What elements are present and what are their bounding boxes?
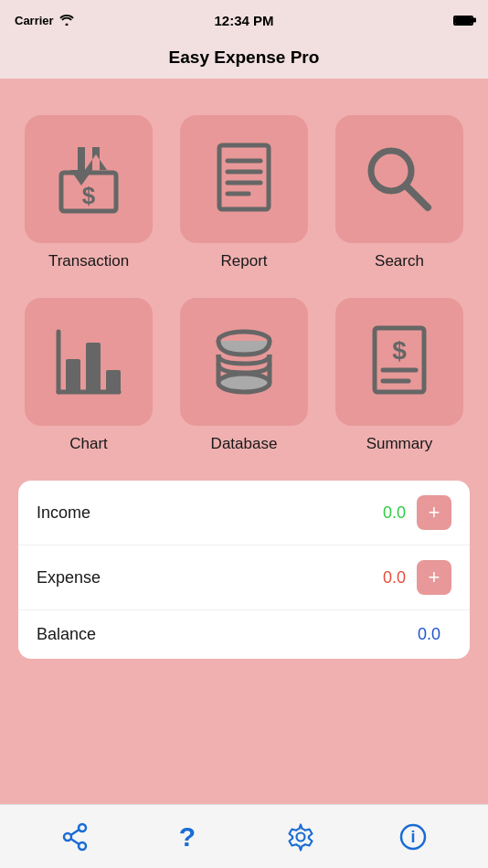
database-icon <box>203 321 285 403</box>
svg-marker-2 <box>85 147 107 170</box>
svg-point-32 <box>296 832 304 841</box>
help-icon: ? <box>173 822 202 852</box>
search-label: Search <box>375 252 424 270</box>
svg-rect-4 <box>219 145 269 209</box>
report-icon <box>203 138 285 220</box>
report-icon-box <box>180 115 308 243</box>
search-icon-box <box>335 115 463 243</box>
status-bar: Carrier 12:34 PM <box>0 0 488 40</box>
balance-value: 0.0 <box>418 625 440 644</box>
info-tab[interactable]: i <box>384 815 442 859</box>
status-left: Carrier <box>15 14 74 27</box>
status-time: 12:34 PM <box>214 13 273 28</box>
svg-line-10 <box>406 185 428 207</box>
status-right <box>453 16 473 26</box>
svg-point-27 <box>64 833 71 841</box>
summary-cell[interactable]: $ Summary <box>335 298 463 453</box>
svg-point-21 <box>218 374 270 392</box>
app-title: Easy Expense Pro <box>0 48 488 68</box>
transaction-cell[interactable]: $ Transaction <box>25 115 153 270</box>
summary-label: Summary <box>366 435 433 453</box>
database-label: Database <box>211 435 278 453</box>
gear-icon <box>286 822 315 852</box>
search-cell[interactable]: Search <box>335 115 463 270</box>
bottom-card: Income 0.0 + Expense 0.0 + Balance 0.0 <box>18 481 470 659</box>
income-row: Income 0.0 + <box>18 481 470 545</box>
report-cell[interactable]: Report <box>180 115 308 270</box>
help-tab[interactable]: ? <box>158 815 217 859</box>
svg-text:?: ? <box>179 822 196 852</box>
database-icon-box <box>180 298 308 426</box>
summary-icon-box: $ <box>335 298 463 426</box>
svg-rect-14 <box>86 343 101 392</box>
svg-rect-15 <box>106 370 121 392</box>
svg-text:$: $ <box>82 182 96 209</box>
expense-value: 0.0 <box>383 568 406 587</box>
summary-icon: $ <box>358 321 440 403</box>
transaction-icon-box: $ <box>25 115 153 243</box>
income-plus-button[interactable]: + <box>417 495 451 530</box>
carrier-label: Carrier <box>15 14 54 27</box>
income-value: 0.0 <box>383 503 406 523</box>
svg-line-30 <box>70 839 79 844</box>
battery-icon <box>453 16 473 26</box>
balance-label: Balance <box>37 625 418 644</box>
svg-text:$: $ <box>392 336 407 365</box>
svg-point-26 <box>79 824 86 831</box>
transaction-icon: $ <box>48 138 130 220</box>
svg-text:i: i <box>411 828 416 846</box>
share-icon <box>60 822 90 852</box>
title-bar: Easy Expense Pro <box>0 40 488 79</box>
svg-point-28 <box>79 842 86 850</box>
svg-rect-13 <box>66 359 80 392</box>
tab-bar: ? i <box>0 804 488 868</box>
svg-line-29 <box>70 830 79 835</box>
report-label: Report <box>220 252 267 270</box>
wifi-icon <box>59 15 74 26</box>
chart-label: Chart <box>69 435 108 453</box>
balance-row: Balance 0.0 <box>18 610 470 659</box>
income-label: Income <box>37 503 383 523</box>
chart-icon-box <box>25 298 153 426</box>
share-tab[interactable] <box>46 815 104 859</box>
main-content: $ Transaction <box>0 79 488 804</box>
transaction-label: Transaction <box>48 252 129 270</box>
info-icon: i <box>398 822 428 852</box>
expense-row: Expense 0.0 + <box>18 545 470 610</box>
expense-label: Expense <box>37 568 383 587</box>
expense-plus-button[interactable]: + <box>417 560 451 595</box>
database-cell[interactable]: Database <box>180 298 308 453</box>
icon-grid: $ Transaction <box>25 115 463 453</box>
chart-cell[interactable]: Chart <box>25 298 153 453</box>
search-icon <box>358 138 440 220</box>
chart-icon <box>48 321 130 403</box>
settings-tab[interactable] <box>271 815 330 859</box>
